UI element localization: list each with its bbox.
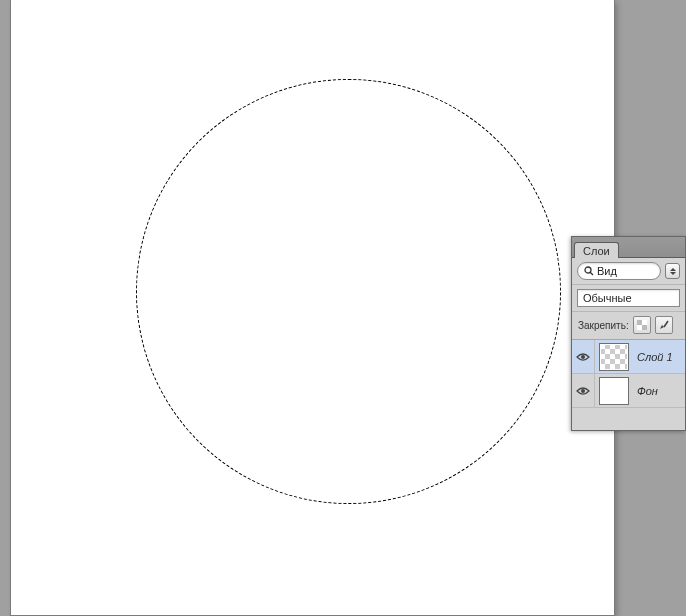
layers-list: Слой 1 Фон <box>572 340 685 430</box>
selection-marquee <box>136 79 561 504</box>
lock-brush-button[interactable] <box>655 316 673 334</box>
layer-name[interactable]: Слой 1 <box>637 351 673 363</box>
checker-icon <box>637 320 647 330</box>
layers-panel: Слои Вид Обычные Закрепить: <box>571 236 686 431</box>
chevron-up-icon <box>670 268 676 271</box>
document-canvas[interactable] <box>11 0 614 615</box>
layer-filter-label: Вид <box>597 265 617 277</box>
svg-point-8 <box>581 389 585 393</box>
lock-label: Закрепить: <box>578 320 629 331</box>
tab-layers[interactable]: Слои <box>574 242 619 258</box>
layer-row[interactable]: Слой 1 <box>572 340 685 374</box>
blend-mode-dropdown[interactable]: Обычные <box>577 289 680 307</box>
svg-line-6 <box>664 321 668 327</box>
chevron-down-icon <box>670 272 676 275</box>
panel-tab-bar: Слои <box>572 237 685 258</box>
svg-rect-2 <box>637 320 642 325</box>
layer-filter-dropdown[interactable]: Вид <box>577 262 661 280</box>
svg-rect-5 <box>637 325 642 330</box>
eye-icon <box>576 386 590 396</box>
layers-empty-area[interactable] <box>572 408 685 430</box>
blend-mode-row: Обычные <box>572 285 685 312</box>
svg-rect-4 <box>642 320 647 325</box>
visibility-toggle[interactable] <box>572 340 595 373</box>
layer-filter-row: Вид <box>572 258 685 285</box>
svg-rect-3 <box>642 325 647 330</box>
lock-row: Закрепить: <box>572 312 685 340</box>
brush-icon <box>659 320 669 330</box>
filter-stepper[interactable] <box>665 263 680 279</box>
svg-point-7 <box>581 355 585 359</box>
visibility-toggle[interactable] <box>572 374 595 407</box>
svg-line-1 <box>590 272 593 275</box>
search-icon <box>584 266 594 276</box>
layer-thumbnail[interactable] <box>599 377 629 405</box>
layer-row[interactable]: Фон <box>572 374 685 408</box>
layer-thumbnail[interactable] <box>599 343 629 371</box>
blend-mode-label: Обычные <box>583 292 632 304</box>
eye-icon <box>576 352 590 362</box>
layer-name[interactable]: Фон <box>637 385 658 397</box>
svg-point-0 <box>585 267 591 273</box>
lock-pixels-button[interactable] <box>633 316 651 334</box>
